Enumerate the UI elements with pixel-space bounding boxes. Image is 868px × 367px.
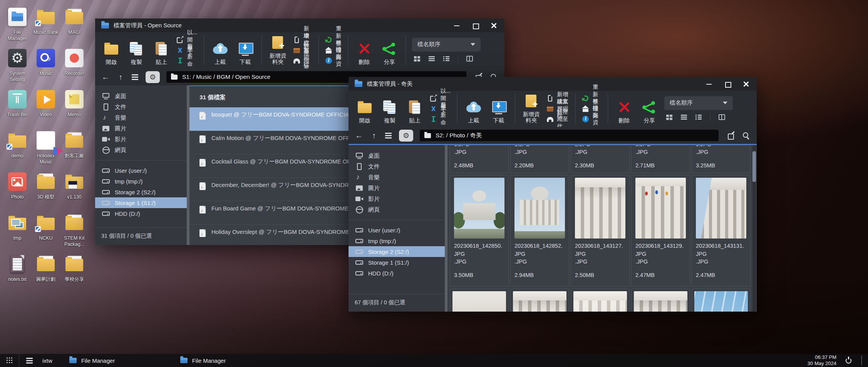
desktop-icon[interactable]: 創客工廠	[60, 130, 89, 171]
share-button[interactable]: 分享	[639, 93, 659, 124]
photo-item-partial[interactable]	[571, 289, 630, 312]
delete-button[interactable]: 刪除	[354, 35, 374, 65]
desktop-icon[interactable]: MAGI	[60, 6, 89, 47]
search-icon[interactable]	[742, 132, 750, 139]
up-button[interactable]	[370, 131, 378, 140]
desktop-icon[interactable]: Memo	[60, 88, 89, 130]
sidebar-place-item[interactable]: 圖片	[349, 183, 445, 194]
sidebar-scrollbar[interactable]	[187, 85, 189, 245]
detail-view-button[interactable]	[695, 114, 702, 120]
copy-button[interactable]: 複製	[380, 93, 400, 124]
desktop-icon[interactable]: Holodex Music	[32, 130, 60, 171]
desktop-icon[interactable]: notes.txt	[3, 253, 32, 294]
photo-item-partial[interactable]	[631, 289, 690, 312]
sidebar-place-item[interactable]: 音樂	[349, 172, 445, 183]
desktop-icon[interactable]: Music Bank	[32, 6, 60, 47]
photo-item-partial[interactable]: 2.JPG .JPG 2.30MB	[571, 145, 630, 173]
share-button[interactable]: 分享	[379, 35, 399, 65]
new-folder-button[interactable]: 新增資料夾	[268, 35, 288, 65]
sidebar-drive-item[interactable]: Storage 2 (S2:/)	[349, 246, 445, 257]
maximize-button[interactable]	[472, 22, 478, 28]
upload-button[interactable]: 上載	[210, 35, 230, 65]
menu-icon[interactable]	[131, 73, 139, 80]
sidebar-place-item[interactable]: 桌面	[349, 150, 445, 161]
scrollbar-thumb[interactable]	[752, 151, 756, 182]
desktop-icon[interactable]: Video	[32, 88, 60, 130]
photo-item[interactable]: 20230618_143129.JPG .JPG 2.47MB	[631, 175, 690, 287]
taskbar-menu-button[interactable]	[19, 354, 40, 367]
sidebar-place-item[interactable]: 桌面	[95, 91, 187, 102]
up-button[interactable]	[116, 73, 125, 81]
desktop-icon[interactable]: demo	[3, 130, 32, 171]
grid-view-button[interactable]	[666, 114, 673, 120]
titlebar[interactable]: 檔案管理員 - Open Source	[95, 18, 504, 32]
photo-item[interactable]: 20230618_142852.JPG .JPG 2.94MB	[510, 175, 569, 287]
sidebar-drive-item[interactable]: tmp (tmp:/)	[95, 176, 187, 187]
back-button[interactable]	[101, 73, 110, 81]
sidebar-place-item[interactable]: 音樂	[95, 112, 187, 123]
power-icon[interactable]	[846, 358, 851, 364]
desktop-icon[interactable]: 圓夢計劃	[32, 253, 60, 294]
desktop-icon[interactable]: v1.130	[60, 171, 89, 212]
rename-button[interactable]: 重新命名	[430, 115, 451, 123]
minimize-button[interactable]	[454, 22, 460, 28]
close-button[interactable]	[743, 81, 749, 87]
titlebar[interactable]: 檔案管理員 - 奇美	[349, 77, 757, 91]
photo-item-partial[interactable]: 1.JPG .JPG 2.20MB	[510, 145, 569, 173]
sidebar-drive-item[interactable]: tmp (tmp:/)	[349, 235, 445, 246]
file-info-button[interactable]: 檔案資訊	[325, 56, 342, 65]
sidebar-place-item[interactable]: 影片	[95, 134, 187, 145]
open-button[interactable]: 開啟	[355, 93, 375, 124]
sidebar-place-item[interactable]: 網頁	[349, 204, 445, 215]
delete-button[interactable]: 刪除	[614, 93, 634, 124]
paste-button[interactable]: 貼上	[151, 35, 171, 65]
extract-here-button[interactable]: 解壓縮至此	[293, 56, 312, 65]
edit-path-icon[interactable]	[727, 132, 735, 139]
extract-here-button[interactable]: 解壓縮至此	[546, 115, 570, 123]
photo-item-partial[interactable]: 8.JPG .JPG 2.71MB	[631, 145, 690, 173]
sidebar-drive-item[interactable]: User (user:/)	[349, 225, 445, 235]
sidebar-place-item[interactable]: 文件	[349, 161, 445, 172]
photo-item-partial[interactable]: 9.JPG .JPG 3.25MB	[692, 145, 751, 173]
upload-button[interactable]: 上載	[464, 93, 484, 124]
sidebar-place-item[interactable]: 網頁	[95, 145, 187, 155]
sidebar-scrollbar[interactable]	[445, 145, 447, 312]
desktop-icon[interactable]: System Setting	[3, 47, 32, 88]
minimize-button[interactable]	[706, 81, 712, 87]
sidebar-drive-item[interactable]: HDD (D:/)	[349, 268, 445, 279]
sidebar-drive-item[interactable]: HDD (D:/)	[95, 208, 187, 219]
sidebar-drive-item[interactable]: Storage 1 (S1:/)	[349, 257, 445, 268]
copy-button[interactable]: 複製	[126, 35, 146, 65]
sidebar-place-item[interactable]: 圖片	[95, 123, 187, 134]
open-button[interactable]: 開啟	[101, 35, 121, 65]
sort-order-dropdown[interactable]: 檔名順序	[664, 96, 733, 110]
list-view-button[interactable]	[429, 56, 435, 62]
photo-item-partial[interactable]: 0.JPG .JPG 2.48MB	[450, 145, 509, 173]
desktop-icon[interactable]: NCKU	[32, 212, 60, 253]
photo-item[interactable]: 20230618_143131.JPG .JPG 2.47MB	[692, 175, 751, 287]
photo-item-partial[interactable]	[510, 289, 569, 312]
sidebar-place-item[interactable]: 影片	[349, 194, 445, 204]
sidebar-drive-item[interactable]: Storage 1 (S1:/)	[95, 197, 187, 208]
detail-view-button[interactable]	[443, 56, 450, 62]
desktop-icon[interactable]: Music	[32, 47, 60, 88]
paste-button[interactable]: 貼上	[405, 93, 425, 124]
settings-gear-button[interactable]	[146, 71, 160, 83]
file-info-button[interactable]: 檔案資訊	[582, 115, 602, 123]
taskbar-task[interactable]: File Manager	[62, 354, 139, 367]
sidebar-drive-item[interactable]: User (user:/)	[95, 165, 187, 176]
grid-view-button[interactable]	[414, 56, 421, 62]
desktop-icon[interactable]: 學校分享	[60, 253, 89, 294]
taskbar-task[interactable]: File Manager	[173, 354, 250, 367]
desktop-icon[interactable]: 3D 模型	[32, 171, 60, 212]
rename-button[interactable]: 重新命名	[176, 56, 198, 65]
show-desktop-edge[interactable]	[861, 355, 862, 365]
photo-item[interactable]: 20230618_143127.JPG .JPG 2.50MB	[571, 175, 630, 287]
photo-item-partial[interactable]	[450, 289, 509, 312]
grid-scrollbar[interactable]	[752, 145, 756, 312]
desktop-icon[interactable]: Recorder	[60, 47, 89, 88]
new-folder-button[interactable]: 新增資料夾	[521, 93, 541, 124]
sidebar-place-item[interactable]: 文件	[95, 102, 187, 112]
close-button[interactable]	[491, 22, 497, 28]
dual-pane-button[interactable]	[466, 56, 473, 62]
